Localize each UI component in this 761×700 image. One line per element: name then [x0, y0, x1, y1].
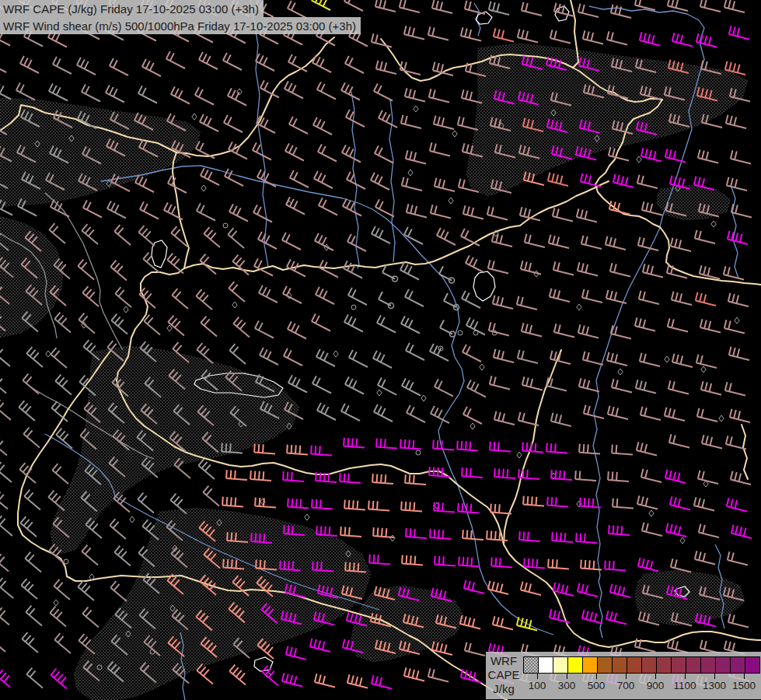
- legend-color-box: [745, 656, 760, 674]
- legend-tick: [744, 674, 745, 679]
- legend-color-box: [582, 656, 598, 674]
- map-title-cape: WRF CAPE (J/kg) Friday 17-10-2025 03:00 …: [0, 0, 264, 17]
- legend-color-box: [700, 656, 716, 674]
- legend-box-stipple: [523, 656, 539, 674]
- legend-tick-label: 500: [588, 680, 606, 691]
- legend-color-box: [715, 656, 731, 674]
- legend-label-model: WRF: [486, 654, 522, 668]
- legend-tick-label: 700: [617, 680, 635, 691]
- legend-tick-label: 1300: [703, 680, 726, 691]
- legend-color-box: [538, 656, 553, 674]
- legend-tick-label: 1500: [732, 680, 756, 691]
- legend-tick-label: 900: [647, 680, 665, 691]
- legend-color-box: [627, 656, 642, 674]
- legend-label-unit: J/kg: [486, 682, 522, 696]
- legend-color-box: [671, 656, 686, 674]
- legend-labels: WRF CAPE J/kg: [486, 654, 522, 696]
- title-bar: WRF CAPE (J/kg) Friday 17-10-2025 03:00 …: [0, 0, 361, 34]
- legend-tick: [685, 674, 686, 679]
- legend-tick: [626, 674, 627, 679]
- legend-tick: [596, 674, 597, 679]
- cape-legend: WRF CAPE J/kg 10030050070090011001300150…: [486, 652, 761, 699]
- legend-tick: [655, 674, 656, 679]
- legend-tick: [567, 674, 567, 679]
- wrf-forecast-map-page: WRF CAPE (J/kg) Friday 17-10-2025 03:00 …: [0, 0, 761, 700]
- map-title-wind-shear: WRF Wind shear (m/s) 500/1000hPa Friday …: [0, 17, 361, 34]
- legend-tick-label: 300: [558, 680, 576, 691]
- legend-color-box: [553, 656, 568, 674]
- legend-tick: [714, 674, 715, 679]
- legend-color-box: [641, 656, 657, 674]
- legend-color-box: [612, 656, 627, 674]
- weather-map: [0, 0, 761, 700]
- legend-color-box: [686, 656, 701, 674]
- legend-tick: [537, 674, 538, 679]
- legend-color-box: [730, 656, 745, 674]
- legend-color-strip: [523, 656, 760, 674]
- legend-color-box: [656, 656, 672, 674]
- legend-color-box: [597, 656, 613, 674]
- legend-tick-label: 100: [529, 680, 546, 691]
- legend-tick-label: 1100: [673, 680, 696, 691]
- legend-label-variable: CAPE: [486, 668, 522, 682]
- legend-color-box: [567, 656, 583, 674]
